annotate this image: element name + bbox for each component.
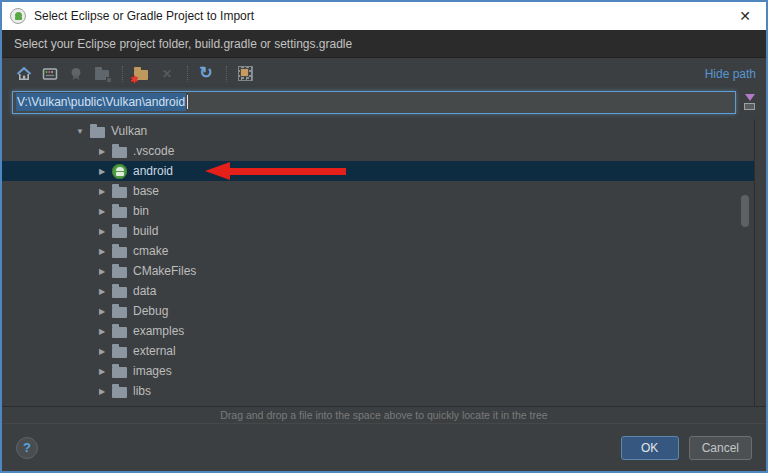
refresh-icon[interactable]: ↻	[194, 64, 218, 84]
path-input-value: V:\Vulkan\public\Vulkan\android	[16, 93, 186, 111]
hint-bar: Drag and drop a file into the space abov…	[2, 406, 766, 423]
expand-toggle-icon[interactable]: ▶	[94, 147, 110, 156]
expand-toggle-icon[interactable]: ▶	[94, 207, 110, 216]
folder-icon	[112, 207, 127, 218]
tree-row[interactable]: ▶ base	[2, 181, 754, 201]
tree-row-label: Debug	[133, 304, 168, 318]
tree-row-label: .vscode	[133, 144, 174, 158]
tree-row-label: images	[133, 364, 172, 378]
titlebar: Select Eclipse or Gradle Project to Impo…	[2, 2, 766, 30]
tree-row[interactable]: ▶ .vscode	[2, 141, 754, 161]
tree-row[interactable]: ▶ data	[2, 281, 754, 301]
folder-icon	[112, 327, 127, 338]
tree-row-label: bin	[133, 204, 149, 218]
tree-row-label: base	[133, 184, 159, 198]
toolbar-separator	[226, 66, 227, 82]
folder-icon	[112, 247, 127, 258]
tree-row-label: cmake	[133, 244, 168, 258]
folder-icon	[90, 127, 105, 138]
folder-icon	[112, 387, 127, 398]
tree-row-label: Vulkan	[111, 124, 147, 138]
footer: ? OK Cancel	[2, 423, 766, 471]
tree-row-label: examples	[133, 324, 184, 338]
instruction-text: Select your Eclipse project folder, buil…	[14, 37, 352, 51]
android-studio-icon	[10, 8, 26, 24]
folder-icon	[112, 227, 127, 238]
tree-row[interactable]: ▶ CMakeFiles	[2, 261, 754, 281]
expand-toggle-icon[interactable]: ▶	[94, 187, 110, 196]
folder-icon	[112, 187, 127, 198]
tree-row[interactable]: ▶ libs	[2, 381, 754, 401]
project-folder-icon	[90, 64, 114, 84]
file-tree: ▼ Vulkan ▶ .vscode ▶ android ▶ base ▶ bi…	[2, 119, 755, 406]
cancel-button[interactable]: Cancel	[689, 436, 752, 460]
folder-icon	[112, 347, 127, 358]
hint-text: Drag and drop a file into the space abov…	[220, 409, 547, 421]
tree-row-label: android	[133, 164, 173, 178]
red-arrow-pointer	[205, 162, 346, 180]
instruction-bar: Select your Eclipse project folder, buil…	[2, 30, 766, 58]
expand-toggle-icon[interactable]: ▶	[94, 367, 110, 376]
ok-button[interactable]: OK	[621, 436, 679, 460]
expand-toggle-icon[interactable]: ▶	[94, 287, 110, 296]
folder-icon	[112, 287, 127, 298]
expand-toggle-icon[interactable]: ▶	[94, 327, 110, 336]
tree-row-label: libs	[133, 384, 151, 398]
desktop-icon[interactable]	[38, 64, 62, 84]
tree-row[interactable]: ▶ android	[2, 161, 754, 181]
folder-icon	[112, 147, 127, 158]
show-hidden-files-icon[interactable]	[233, 64, 257, 84]
file-chooser-toolbar: ✱ ✕ ↻ Hide path	[2, 58, 766, 89]
tree-row[interactable]: ▶ bin	[2, 201, 754, 221]
import-project-dialog: Select Eclipse or Gradle Project to Impo…	[0, 0, 768, 473]
tree-row[interactable]: ▼ Vulkan	[2, 121, 754, 141]
help-icon[interactable]: ?	[16, 437, 38, 459]
paste-path-icon[interactable]	[740, 92, 760, 112]
dialog-buttons: OK Cancel	[621, 436, 752, 460]
tree-row-label: external	[133, 344, 176, 358]
expand-toggle-icon[interactable]: ▶	[94, 247, 110, 256]
tree-row[interactable]: ▶ examples	[2, 321, 754, 341]
hide-path-link[interactable]: Hide path	[705, 67, 756, 81]
tree-row-label: build	[133, 224, 158, 238]
tree-row-label: CMakeFiles	[133, 264, 196, 278]
tree-row[interactable]: ▶ Debug	[2, 301, 754, 321]
expand-toggle-icon[interactable]: ▼	[72, 127, 88, 136]
folder-icon	[112, 367, 127, 378]
text-caret	[187, 95, 188, 109]
tree-row-label: data	[133, 284, 156, 298]
tree-row[interactable]: ▶ build	[2, 221, 754, 241]
expand-toggle-icon[interactable]: ▶	[94, 387, 110, 396]
tree-row[interactable]: ▶ cmake	[2, 241, 754, 261]
folder-icon	[112, 307, 127, 318]
home-icon[interactable]	[12, 64, 36, 84]
tree-row[interactable]: ▶ external	[2, 341, 754, 361]
folder-icon	[112, 267, 127, 278]
new-folder-icon[interactable]: ✱	[129, 64, 153, 84]
delete-icon: ✕	[155, 64, 179, 84]
toolbar-separator	[122, 66, 123, 82]
expand-toggle-icon[interactable]: ▶	[94, 307, 110, 316]
expand-toggle-icon[interactable]: ▶	[94, 167, 110, 176]
tree-row[interactable]: ▶ images	[2, 361, 754, 381]
close-icon[interactable]: ✕	[724, 2, 766, 30]
expand-toggle-icon[interactable]: ▶	[94, 267, 110, 276]
module-icon	[64, 64, 88, 84]
toolbar-separator	[187, 66, 188, 82]
android-icon	[112, 164, 127, 179]
window-title: Select Eclipse or Gradle Project to Impo…	[34, 9, 724, 23]
expand-toggle-icon[interactable]: ▶	[94, 347, 110, 356]
path-input[interactable]: V:\Vulkan\public\Vulkan\android	[12, 91, 736, 114]
path-row: V:\Vulkan\public\Vulkan\android	[2, 89, 766, 119]
expand-toggle-icon[interactable]: ▶	[94, 227, 110, 236]
